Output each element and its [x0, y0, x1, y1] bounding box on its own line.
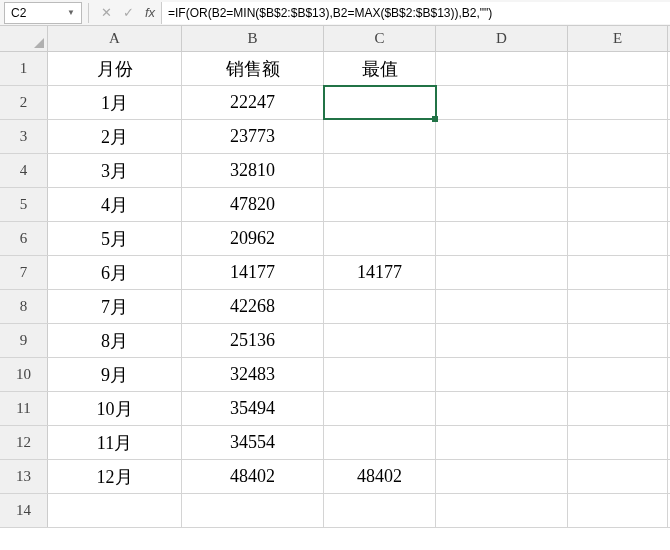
cell[interactable]: 6月	[48, 256, 182, 289]
cell[interactable]: 20962	[182, 222, 324, 255]
row-header[interactable]: 10	[0, 358, 48, 391]
cell[interactable]: 35494	[182, 392, 324, 425]
cell[interactable]	[436, 290, 568, 323]
cell[interactable]	[568, 392, 668, 425]
cell[interactable]: 34554	[182, 426, 324, 459]
col-header-e[interactable]: E	[568, 26, 668, 51]
cell[interactable]	[568, 290, 668, 323]
cell[interactable]: 1月	[48, 86, 182, 119]
cell[interactable]	[436, 426, 568, 459]
cell[interactable]	[324, 494, 436, 527]
cell[interactable]	[436, 392, 568, 425]
cell[interactable]	[568, 358, 668, 391]
cell[interactable]	[324, 426, 436, 459]
cell[interactable]: 11月	[48, 426, 182, 459]
cell-active[interactable]	[324, 86, 436, 119]
cell[interactable]	[324, 392, 436, 425]
cell-b1[interactable]: 销售额	[182, 52, 324, 85]
table-row: 12 11月 34554	[0, 426, 670, 460]
row-header[interactable]: 5	[0, 188, 48, 221]
cell[interactable]	[324, 222, 436, 255]
select-all-corner[interactable]	[0, 26, 48, 51]
cell[interactable]	[324, 290, 436, 323]
cell[interactable]	[568, 494, 668, 527]
cell[interactable]: 32483	[182, 358, 324, 391]
cell[interactable]	[436, 494, 568, 527]
cell[interactable]	[436, 222, 568, 255]
cell[interactable]: 48402	[182, 460, 324, 493]
col-header-a[interactable]: A	[48, 26, 182, 51]
cell[interactable]	[436, 324, 568, 357]
cell[interactable]	[436, 120, 568, 153]
row-header[interactable]: 8	[0, 290, 48, 323]
row-header[interactable]: 6	[0, 222, 48, 255]
cell[interactable]: 42268	[182, 290, 324, 323]
cell[interactable]: 47820	[182, 188, 324, 221]
cell[interactable]: 2月	[48, 120, 182, 153]
cell[interactable]	[436, 460, 568, 493]
cell[interactable]	[182, 494, 324, 527]
row-header[interactable]: 1	[0, 52, 48, 85]
cell[interactable]: 8月	[48, 324, 182, 357]
cell[interactable]	[568, 154, 668, 187]
cell[interactable]	[568, 426, 668, 459]
cancel-icon[interactable]: ✕	[95, 2, 117, 24]
cell[interactable]: 7月	[48, 290, 182, 323]
cell-a1[interactable]: 月份	[48, 52, 182, 85]
row-header[interactable]: 11	[0, 392, 48, 425]
row-header[interactable]: 14	[0, 494, 48, 527]
cell[interactable]: 12月	[48, 460, 182, 493]
cell[interactable]	[324, 154, 436, 187]
cell[interactable]	[568, 120, 668, 153]
col-header-c[interactable]: C	[324, 26, 436, 51]
cell[interactable]	[568, 324, 668, 357]
fx-icon[interactable]: fx	[139, 2, 161, 24]
cell-c1[interactable]: 最值	[324, 52, 436, 85]
cell[interactable]: 10月	[48, 392, 182, 425]
formula-input[interactable]	[161, 2, 670, 24]
cell[interactable]	[568, 188, 668, 221]
cell[interactable]: 14177	[182, 256, 324, 289]
cell[interactable]	[436, 358, 568, 391]
cell[interactable]: 9月	[48, 358, 182, 391]
cell[interactable]	[568, 460, 668, 493]
cell-e1[interactable]	[568, 52, 668, 85]
cell[interactable]: 5月	[48, 222, 182, 255]
confirm-icon[interactable]: ✓	[117, 2, 139, 24]
row-header[interactable]: 13	[0, 460, 48, 493]
cell[interactable]	[436, 188, 568, 221]
dropdown-icon[interactable]: ▼	[67, 8, 75, 17]
row-header[interactable]: 4	[0, 154, 48, 187]
cell[interactable]: 32810	[182, 154, 324, 187]
name-box[interactable]: C2 ▼	[4, 2, 82, 24]
cell[interactable]: 4月	[48, 188, 182, 221]
row-header[interactable]: 12	[0, 426, 48, 459]
cell[interactable]: 48402	[324, 460, 436, 493]
cell[interactable]	[324, 188, 436, 221]
formula-bar: C2 ▼ ✕ ✓ fx	[0, 0, 670, 26]
cell-d1[interactable]	[436, 52, 568, 85]
row-header[interactable]: 9	[0, 324, 48, 357]
cell[interactable]	[568, 222, 668, 255]
cell[interactable]	[324, 324, 436, 357]
row-header[interactable]: 7	[0, 256, 48, 289]
cell[interactable]: 25136	[182, 324, 324, 357]
cell[interactable]: 14177	[324, 256, 436, 289]
cell[interactable]	[436, 256, 568, 289]
cell[interactable]	[436, 154, 568, 187]
cell[interactable]	[568, 256, 668, 289]
cell[interactable]: 22247	[182, 86, 324, 119]
cell[interactable]: 23773	[182, 120, 324, 153]
cell[interactable]	[48, 494, 182, 527]
table-row: 2 1月 22247	[0, 86, 670, 120]
cell[interactable]: 3月	[48, 154, 182, 187]
col-header-d[interactable]: D	[436, 26, 568, 51]
cell[interactable]	[324, 358, 436, 391]
cell[interactable]	[324, 120, 436, 153]
cell[interactable]	[436, 86, 568, 119]
row-header[interactable]: 3	[0, 120, 48, 153]
cell[interactable]	[568, 86, 668, 119]
col-header-b[interactable]: B	[182, 26, 324, 51]
row-header[interactable]: 2	[0, 86, 48, 119]
name-box-value: C2	[11, 6, 67, 20]
